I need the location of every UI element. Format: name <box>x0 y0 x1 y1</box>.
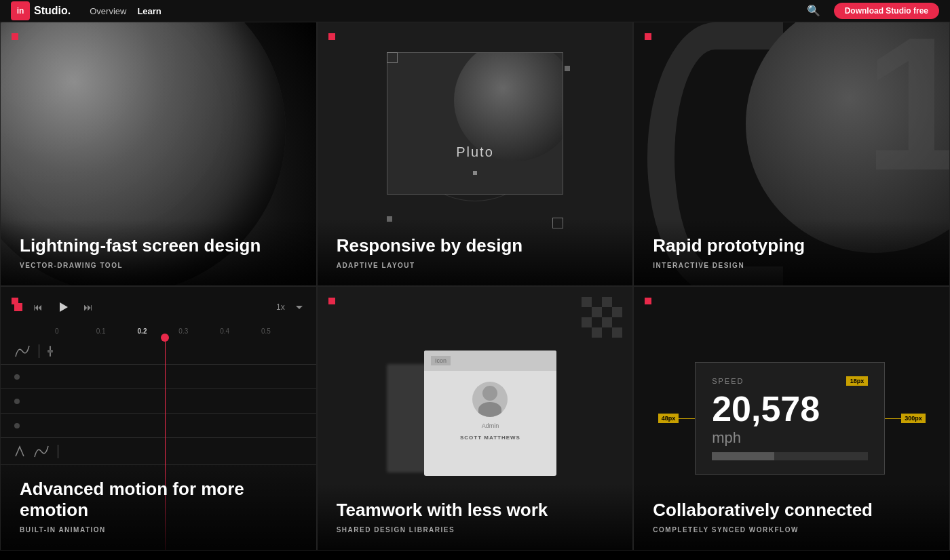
logo[interactable]: in Studio. <box>11 1 71 20</box>
card-dot-3 <box>645 33 651 40</box>
user-role: Admin <box>482 422 499 429</box>
card-connected[interactable]: 48px SPEED 18px 20,578 mph <box>633 286 950 551</box>
card-animation[interactable]: ⏮ ⏭ 1x 0 0.1 0.2 0.3 0.4 0.5 <box>0 286 317 551</box>
card-4-subtitle: BUILT-IN ANIMATION <box>20 526 297 534</box>
card-2-subtitle: ADAPTIVE LAYOUT <box>337 262 614 269</box>
chevron-down-icon <box>296 304 303 311</box>
card-5-content: Teamwork with less work SHARED DESIGN LI… <box>318 483 633 550</box>
card-3-content: Rapid prototyping INTERACTIVE DESIGN <box>634 219 949 285</box>
device-frame: Pluto <box>387 52 563 195</box>
card-front-header: Icon <box>424 351 556 371</box>
card-5-subtitle: SHARED DESIGN LIBRARIES <box>337 526 614 534</box>
card-3-title: Rapid prototyping <box>653 235 930 256</box>
track-dot-1 <box>14 374 20 380</box>
card-4-content: Advanced motion for more emotion BUILT-I… <box>1 462 316 550</box>
card-1-subtitle: VECTOR-DRAWING TOOL <box>20 262 297 269</box>
card-lightning-fast[interactable]: Lightning-fast screen design VECTOR-DRAW… <box>0 22 317 286</box>
card-dot-1 <box>12 33 18 40</box>
card-4-title: Advanced motion for more emotion <box>20 479 297 521</box>
svg-marker-0 <box>60 302 68 312</box>
speed-bar <box>712 452 868 460</box>
navbar: in Studio. Overview Learn 🔍 Download Stu… <box>0 0 950 22</box>
track-handle-mid <box>39 344 39 358</box>
card-icon-label: Icon <box>431 356 451 365</box>
anchor-right-tag: 300px <box>901 414 926 423</box>
ruler-01: 0.1 <box>96 327 138 335</box>
bezier-row-2 <box>1 438 316 465</box>
card-1-title: Lightning-fast screen design <box>20 235 297 256</box>
svg-rect-3 <box>48 350 53 353</box>
card-1-content: Lightning-fast screen design VECTOR-DRAW… <box>1 219 316 285</box>
card-dot-2 <box>328 33 335 40</box>
ruler-02: 0.2 <box>138 327 179 335</box>
timeline-ruler: 0 0.1 0.2 0.3 0.4 0.5 <box>1 327 316 335</box>
pluto-label: Pluto <box>456 144 494 160</box>
speed-widget: SPEED 18px 20,578 mph <box>695 362 885 475</box>
speed-label: SPEED <box>712 377 744 385</box>
card-responsive[interactable]: Pluto Responsive by design ADAPTIVE LAYO… <box>317 22 634 286</box>
big-number: 1 <box>864 22 949 199</box>
speed-header: SPEED 18px <box>712 376 868 386</box>
corner-tl <box>387 52 398 63</box>
card-2-content: Responsive by design ADAPTIVE LAYOUT <box>318 219 633 285</box>
avatar-head <box>482 386 497 401</box>
left-anchor: 48px <box>658 414 696 423</box>
nav-overview[interactable]: Overview <box>90 6 126 16</box>
card-stack: Icon Admin SCOTT MATTHEWS <box>387 344 563 493</box>
card-3-subtitle: INTERACTIVE DESIGN <box>653 262 930 269</box>
features-grid: Lightning-fast screen design VECTOR-DRAW… <box>0 22 950 551</box>
card-teamwork[interactable]: Icon Admin SCOTT MATTHEWS <box>317 286 634 551</box>
anchor-left-line <box>679 418 695 419</box>
skip-back-icon[interactable]: ⏮ <box>33 302 43 313</box>
track-dot-2 <box>14 399 20 404</box>
avatar-circle <box>472 382 508 417</box>
bezier-row <box>1 338 316 365</box>
speed-display: 1x <box>276 302 285 312</box>
logo-text: Studio. <box>34 5 71 17</box>
nav-links: Overview Learn <box>90 6 162 16</box>
card-front-body: Admin SCOTT MATTHEWS <box>424 371 556 452</box>
search-icon[interactable]: 🔍 <box>807 4 820 18</box>
track-row-2 <box>1 389 316 414</box>
right-anchor: 300px <box>885 414 926 423</box>
bezier-icon <box>14 344 31 358</box>
track-dot-3 <box>14 423 20 428</box>
card-front: Icon Admin SCOTT MATTHEWS <box>424 351 556 476</box>
ruler-04: 0.4 <box>220 327 261 335</box>
timeline-controls: ⏮ ⏭ 1x <box>1 287 316 327</box>
card-6-subtitle: COMPLETELY SYNCED WORKFLOW <box>653 526 930 534</box>
card-6-content: Collaboratively connected COMPLETELY SYN… <box>634 483 949 550</box>
card-2-title: Responsive by design <box>337 235 614 256</box>
card-6-title: Collaboratively connected <box>653 500 930 521</box>
anchor-left-tag: 48px <box>658 414 679 423</box>
nav-learn[interactable]: Learn <box>137 6 161 16</box>
track-row-1 <box>1 365 316 389</box>
svg-marker-1 <box>296 306 303 309</box>
handle-icon <box>48 344 53 358</box>
dot-indicator <box>473 171 477 175</box>
play-button[interactable] <box>54 298 73 317</box>
card-prototyping[interactable]: 1 Rapid prototyping INTERACTIVE DESIGN <box>633 22 950 286</box>
widget-wrapper: 48px SPEED 18px 20,578 mph <box>658 362 926 475</box>
track-handle-bot <box>58 445 58 458</box>
speed-badge: 18px <box>846 376 869 386</box>
card-2-preview: Pluto <box>345 36 606 231</box>
track-row-3 <box>1 414 316 438</box>
user-name: SCOTT MATTHEWS <box>460 435 520 441</box>
ruler-0: 0 <box>55 327 96 335</box>
skip-forward-icon[interactable]: ⏭ <box>83 302 93 313</box>
spacer-sq <box>14 303 22 311</box>
playhead-circle <box>161 334 169 342</box>
download-cta-button[interactable]: Download Studio free <box>834 3 939 19</box>
small-sq-2 <box>565 66 570 71</box>
bezier-icon-3 <box>33 445 50 458</box>
speed-unit: mph <box>712 429 868 447</box>
ruler-05: 0.5 <box>261 327 303 335</box>
speed-number: 20,578 <box>712 391 868 426</box>
speed-bar-fill <box>712 452 774 460</box>
card-5-title: Teamwork with less work <box>337 500 614 521</box>
avatar-body <box>478 402 501 417</box>
ruler-03: 0.3 <box>178 327 220 335</box>
anchor-right-line <box>885 418 901 419</box>
logo-icon: in <box>11 1 30 20</box>
